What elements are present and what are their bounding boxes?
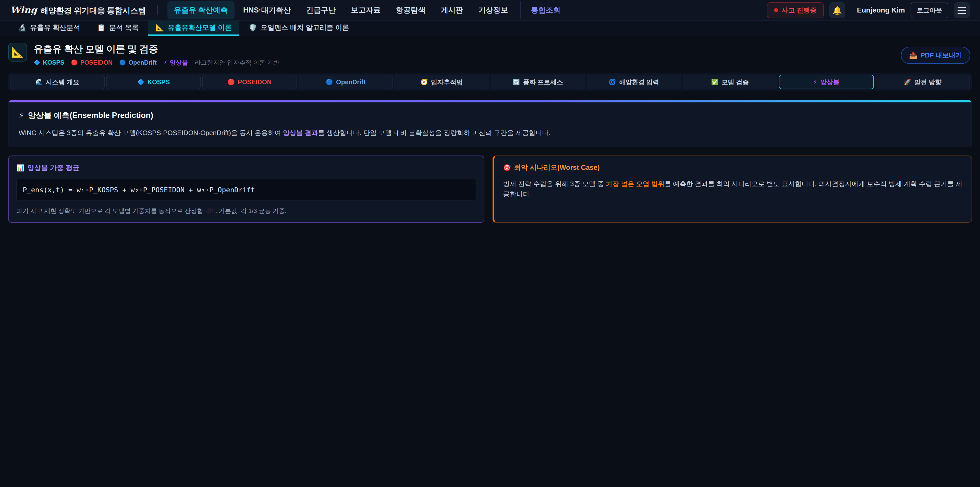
- section-nav-icon: 🌊: [35, 79, 43, 86]
- export-icon: 📤: [909, 51, 917, 59]
- hamburger-icon: [958, 6, 966, 14]
- section-navigation: 🌊 시스템 개요 🔷 KOSPS 🔴 POSEIDON 🔵 OpenDrift …: [8, 73, 972, 91]
- main-nav-item[interactable]: 통합조회: [520, 1, 567, 19]
- worst-card-description: 방제 전략 수립을 위해 3종 모델 중 가장 넓은 오염 범위를 예측한 결과…: [503, 179, 963, 200]
- main-nav-item-label: 긴급구난: [306, 6, 336, 14]
- ensemble-section-body: ⚡ 앙상블 예측(Ensemble Prediction) WING 시스템은 …: [8, 102, 972, 147]
- model-badge-label: 앙상블: [170, 59, 188, 67]
- sub-tab[interactable]: 📋 분석 목록: [89, 21, 146, 36]
- main-nav-item-label: HNS·대기확산: [243, 6, 291, 14]
- topbar-right-controls: 사고 진행중 🔔 Eunjeong Kim 로그아웃: [767, 2, 970, 18]
- model-badge: 🔴 POSEIDON: [71, 59, 113, 66]
- sub-tab[interactable]: 🛡️ 오일펜스 배치 알고리즘 이론: [241, 21, 357, 36]
- user-name: Eunjeong Kim: [857, 6, 905, 14]
- model-badge: 🔷 KOSPS: [34, 59, 64, 66]
- main-nav-item-label: 보고자료: [351, 6, 381, 14]
- worst-card-title: 🎯 최악 시나리오(Worst Case): [503, 163, 963, 172]
- triangle-ruler-icon: 📐: [11, 46, 24, 58]
- model-badge-label: OpenDrift: [128, 59, 157, 66]
- weighted-card-title-text: 앙상블 가중 평균: [27, 163, 80, 172]
- detail-cards-row: 📊 앙상블 가중 평균 P_ens(x,t) = w₁·P_KOSPS + w₂…: [8, 155, 972, 223]
- section-nav-icon: ✅: [711, 79, 718, 86]
- bar-chart-icon: 📊: [16, 164, 24, 172]
- section-nav-item[interactable]: ✅ 모델 검증: [683, 75, 777, 89]
- ensemble-section-heading: ⚡ 앙상블 예측(Ensemble Prediction): [19, 110, 961, 121]
- notifications-button[interactable]: 🔔: [829, 2, 845, 18]
- section-nav-item[interactable]: 🚀 발전 방향: [876, 75, 970, 89]
- section-nav-item[interactable]: 🌀 해양환경 입력: [587, 75, 681, 89]
- main-nav-item-label: 기상정보: [479, 6, 508, 14]
- bell-icon: 🔔: [832, 6, 842, 15]
- page-header-text: 유출유 확산 모델 이론 및 검증 🔷 KOSPS 🔴 POSEIDON: [34, 43, 280, 67]
- incident-status-badge[interactable]: 사고 진행중: [767, 2, 824, 18]
- logo-wing-mark: Wing: [10, 5, 37, 15]
- section-nav-icon: 🧭: [421, 79, 428, 86]
- app-logo[interactable]: Wing 해양환경 위기대응 통합시스템: [10, 5, 146, 16]
- tab-label: 유출유확산모델 이론: [168, 23, 232, 32]
- sub-tab[interactable]: 🔬 유출유 확산분석: [10, 21, 88, 36]
- ensemble-prediction-section: ⚡ 앙상블 예측(Ensemble Prediction) WING 시스템은 …: [8, 100, 972, 147]
- section-nav-item[interactable]: 🔷 KOSPS: [107, 75, 201, 89]
- weighted-average-card: 📊 앙상블 가중 평균 P_ens(x,t) = w₁·P_KOSPS + w₂…: [8, 155, 484, 223]
- worst-desc-pre: 방제 전략 수립을 위해 3종 모델 중: [503, 180, 606, 188]
- section-nav-icon: 🚀: [904, 79, 911, 86]
- sub-tab[interactable]: 📐 유출유확산모델 이론: [148, 21, 239, 36]
- section-nav-item[interactable]: 🔴 POSEIDON: [202, 75, 297, 89]
- page-subtitle: 라그랑지안 입자추적 이론 기반: [195, 59, 280, 67]
- main-nav-item[interactable]: 기상정보: [472, 1, 515, 19]
- model-badge-icon: ⚡: [163, 59, 167, 65]
- section-nav-item[interactable]: 🧭 입자추적법: [395, 75, 489, 89]
- main-navigation: 유출유 확산예측 HNS·대기확산 긴급구난 보고자료 항공탐색 게시판 기: [167, 1, 762, 19]
- tab-icon: 📋: [97, 24, 106, 32]
- main-nav-item[interactable]: 항공탐색: [390, 1, 432, 19]
- topbar-divider: [157, 5, 158, 15]
- model-badge-row: 🔷 KOSPS 🔴 POSEIDON 🔵 OpenDrift: [34, 59, 280, 67]
- user-divider: [851, 5, 851, 15]
- section-nav-label: 모델 검증: [721, 78, 749, 86]
- section-nav-label: 시스템 개요: [46, 78, 80, 86]
- ensemble-heading-text: 앙상블 예측(Ensemble Prediction): [28, 110, 153, 121]
- model-badge-label: KOSPS: [43, 59, 64, 66]
- section-nav-item[interactable]: 🌊 시스템 개요: [10, 75, 105, 89]
- lightning-icon: ⚡: [19, 111, 24, 120]
- main-nav-item[interactable]: 유출유 확산예측: [167, 1, 234, 19]
- section-nav-icon: 🔷: [137, 79, 145, 86]
- logout-button[interactable]: 로그아웃: [911, 3, 948, 18]
- section-nav-icon: 🔴: [228, 79, 235, 86]
- tab-icon: 🛡️: [248, 24, 257, 32]
- ensemble-desc-pre: WING 시스템은 3종의 유출유 확산 모델(KOSPS·POSEIDON·O…: [19, 129, 283, 137]
- ensemble-desc-post: 를 생산합니다. 단일 모델 대비 불확실성을 정량화하고 신뢰 구간을 제공합…: [318, 129, 550, 137]
- model-badge-icon: 🔴: [71, 59, 78, 65]
- worst-desc-highlight: 가장 넓은 오염 범위: [606, 180, 665, 188]
- section-nav-item[interactable]: 🔵 OpenDrift: [299, 75, 393, 89]
- worst-card-title-text: 최악 시나리오(Worst Case): [514, 163, 600, 172]
- model-badge-label: POSEIDON: [80, 59, 113, 66]
- gradient-top-border: [8, 100, 972, 102]
- section-nav-label: POSEIDON: [238, 78, 272, 86]
- menu-button[interactable]: [954, 2, 970, 18]
- main-nav-item[interactable]: HNS·대기확산: [237, 1, 298, 19]
- weighted-card-note: 과거 사고 재현 정확도 기반으로 각 모델별 가중치를 동적으로 산정합니다.…: [16, 207, 476, 215]
- main-nav-item-label: 유출유 확산예측: [174, 6, 228, 14]
- section-nav-label: 풍화 프로세스: [523, 78, 563, 86]
- model-badge: 🔵 OpenDrift: [119, 59, 157, 66]
- target-icon: 🎯: [503, 164, 511, 171]
- model-badge-icon: 🔵: [119, 59, 126, 65]
- main-nav-item[interactable]: 게시판: [434, 1, 470, 19]
- section-nav-item[interactable]: ⚡ 앙상블: [779, 75, 874, 89]
- page-content: 📐 유출유 확산 모델 이론 및 검증 🔷 KOSPS 🔴 POSEIDON: [0, 43, 980, 223]
- section-nav-label: KOSPS: [148, 78, 170, 86]
- main-nav-item[interactable]: 보고자료: [345, 1, 387, 19]
- incident-dot-icon: [774, 8, 778, 12]
- page-title: 유출유 확산 모델 이론 및 검증: [34, 43, 280, 56]
- main-nav-item[interactable]: 긴급구난: [300, 1, 342, 19]
- sub-tab-bar: 🔬 유출유 확산분석 📋 분석 목록 📐 유출유확산모델 이론 🛡️ 오일펜스 …: [0, 21, 980, 36]
- pdf-export-button[interactable]: 📤 PDF 내보내기: [901, 47, 970, 64]
- section-nav-label: 앙상블: [820, 78, 839, 86]
- section-nav-icon: 🔄: [512, 79, 520, 86]
- section-nav-item[interactable]: 🔄 풍화 프로세스: [491, 75, 585, 89]
- section-nav-label: 발전 방향: [914, 78, 942, 86]
- model-badge: ⚡ 앙상블: [163, 59, 188, 67]
- tab-icon: 📐: [156, 24, 164, 32]
- tab-icon: 🔬: [18, 24, 27, 32]
